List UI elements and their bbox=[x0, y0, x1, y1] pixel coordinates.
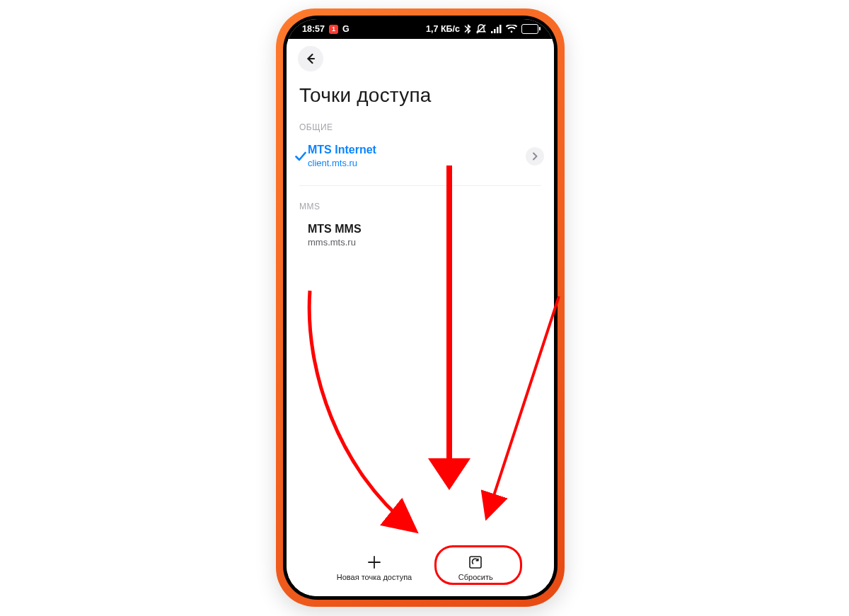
apn-item-mts-mms[interactable]: MTS MMS mms.mts.ru bbox=[287, 216, 554, 255]
plus-icon bbox=[366, 554, 382, 570]
signal-icon bbox=[491, 25, 502, 33]
svg-rect-1 bbox=[491, 31, 493, 33]
svg-rect-2 bbox=[494, 29, 496, 33]
status-notif-icon: 1 bbox=[329, 25, 338, 34]
apn-value: client.mts.ru bbox=[308, 158, 526, 168]
status-net-speed: 1,7 КБ/с bbox=[426, 24, 460, 34]
settings-apn-page: Точки доступа ОБЩИЕ MTS Internet client.… bbox=[287, 39, 554, 596]
apn-name: MTS Internet bbox=[308, 144, 526, 156]
section-label-general: ОБЩИЕ bbox=[299, 122, 541, 132]
phone-bezel: 18:57 1 G 1,7 КБ/с 67 bbox=[283, 16, 558, 600]
add-apn-button[interactable]: Новая точка доступа bbox=[337, 554, 412, 582]
chevron-right-icon[interactable] bbox=[526, 147, 544, 165]
phone-screen: 18:57 1 G 1,7 КБ/с 67 bbox=[287, 19, 554, 596]
apn-value: mms.mts.ru bbox=[308, 237, 544, 248]
check-icon bbox=[294, 151, 308, 161]
battery-icon: 67 bbox=[521, 24, 538, 34]
reset-apn-label: Сбросить bbox=[458, 573, 493, 582]
back-button[interactable] bbox=[298, 46, 323, 71]
phone-frame: 18:57 1 G 1,7 КБ/с 67 bbox=[276, 8, 565, 607]
status-bar: 18:57 1 G 1,7 КБ/с 67 bbox=[287, 19, 554, 39]
svg-rect-3 bbox=[497, 27, 499, 33]
section-label-mms: MMS bbox=[299, 202, 541, 211]
wifi-icon bbox=[506, 25, 517, 33]
svg-rect-4 bbox=[499, 25, 502, 33]
arrow-left-icon bbox=[304, 52, 317, 65]
status-g-icon: G bbox=[342, 24, 350, 34]
apn-name: MTS MMS bbox=[308, 223, 544, 236]
add-apn-label: Новая точка доступа bbox=[337, 573, 412, 582]
dnd-icon bbox=[475, 24, 487, 34]
reset-icon bbox=[468, 554, 483, 570]
bottom-toolbar: Новая точка доступа Сбросить bbox=[287, 547, 554, 596]
divider bbox=[299, 185, 541, 186]
status-time: 18:57 bbox=[302, 24, 325, 34]
page-title: Точки доступа bbox=[299, 84, 541, 107]
stage: 18:57 1 G 1,7 КБ/с 67 bbox=[0, 0, 849, 616]
reset-apn-button[interactable]: Сбросить bbox=[447, 554, 504, 582]
apn-item-mts-internet[interactable]: MTS Internet client.mts.ru bbox=[287, 136, 554, 175]
bluetooth-icon bbox=[464, 24, 471, 34]
